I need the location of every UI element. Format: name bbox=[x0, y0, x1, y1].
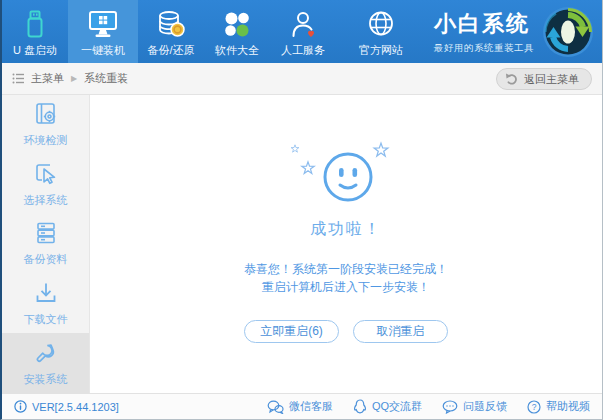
app-window: U 盘启动 一键装机 bbox=[0, 0, 603, 420]
breadcrumb-current: 系统重装 bbox=[84, 71, 128, 86]
server-stack-icon bbox=[33, 220, 59, 246]
back-to-main-menu-button[interactable]: 返回主菜单 bbox=[496, 68, 592, 90]
status-link-label: 问题反馈 bbox=[463, 399, 507, 414]
qq-icon bbox=[353, 399, 367, 414]
qq-group-link[interactable]: QQ交流群 bbox=[353, 399, 422, 414]
brand-area: 小白系统 最好用的系统重装工具 bbox=[434, 0, 594, 63]
sidebar-item-label: 下载文件 bbox=[24, 312, 68, 327]
top-nav-bar: U 盘启动 一键装机 bbox=[2, 0, 602, 63]
nav-label: 备份/还原 bbox=[147, 43, 194, 58]
download-icon bbox=[33, 280, 59, 306]
breadcrumb-bar: 主菜单 ▶ 系统重装 返回主菜单 bbox=[2, 63, 602, 95]
sidebar-item-label: 备份资料 bbox=[24, 252, 68, 267]
wechat-icon bbox=[267, 400, 284, 414]
status-link-label: 帮助视频 bbox=[546, 399, 590, 414]
help-question-icon: ? bbox=[527, 400, 541, 414]
sidebar: 环境检测 选择系统 bbox=[2, 95, 90, 393]
smiley-success-icon bbox=[291, 135, 401, 211]
usb-drive-icon bbox=[23, 9, 47, 39]
brand-logo-icon bbox=[542, 6, 594, 58]
wechat-support-link[interactable]: 微信客服 bbox=[267, 399, 333, 414]
back-button-label: 返回主菜单 bbox=[524, 72, 579, 87]
nav-label: 人工服务 bbox=[281, 43, 325, 58]
nav-item-support[interactable]: 人工服务 bbox=[270, 0, 336, 63]
cancel-restart-button[interactable]: 取消重启 bbox=[353, 320, 448, 343]
cursor-select-icon bbox=[33, 161, 59, 187]
info-icon bbox=[14, 400, 27, 413]
svg-text:?: ? bbox=[532, 402, 537, 412]
menu-list-icon bbox=[12, 73, 25, 84]
env-check-icon bbox=[33, 101, 59, 127]
wrench-icon bbox=[33, 340, 59, 366]
nav-item-official-site[interactable]: 官方网站 bbox=[348, 0, 414, 63]
install-success-panel: 成功啦！ 恭喜您！系统第一阶段安装已经完成！ 重启计算机后进入下一步安装！ 立即… bbox=[90, 95, 602, 393]
brand-subtitle: 最好用的系统重装工具 bbox=[434, 42, 534, 55]
sidebar-item-label: 环境检测 bbox=[24, 133, 68, 148]
status-link-label: 微信客服 bbox=[289, 399, 333, 414]
nav-label: 软件大全 bbox=[215, 43, 259, 58]
success-message-line1: 恭喜您！系统第一阶段安装已经完成！ bbox=[244, 260, 448, 278]
breadcrumb-separator-icon: ▶ bbox=[71, 74, 77, 83]
status-link-label: QQ交流群 bbox=[372, 399, 422, 414]
sidebar-item-label: 安装系统 bbox=[24, 372, 68, 387]
help-video-link[interactable]: ? 帮助视频 bbox=[527, 399, 590, 414]
sidebar-item-install-system[interactable]: 安装系统 bbox=[2, 333, 89, 393]
support-person-icon bbox=[289, 9, 317, 39]
restart-now-button[interactable]: 立即重启(6) bbox=[244, 320, 339, 343]
status-bar: VER[2.5.44.1203] 微信客服 bbox=[2, 393, 602, 419]
back-arrow-icon bbox=[505, 73, 519, 85]
globe-icon bbox=[367, 9, 395, 39]
nav-label: 官方网站 bbox=[359, 43, 403, 58]
nav-item-one-click-install[interactable]: 一键装机 bbox=[68, 0, 138, 63]
success-headline: 成功啦！ bbox=[310, 219, 382, 240]
nav-label: U 盘启动 bbox=[13, 43, 57, 58]
nav-item-usb-boot[interactable]: U 盘启动 bbox=[2, 0, 68, 63]
sidebar-item-backup-data[interactable]: 备份资料 bbox=[2, 214, 89, 274]
feedback-link[interactable]: 问题反馈 bbox=[442, 399, 507, 414]
breadcrumb-root[interactable]: 主菜单 bbox=[31, 71, 64, 86]
version-label: VER[2.5.44.1203] bbox=[32, 401, 119, 413]
sidebar-item-select-system[interactable]: 选择系统 bbox=[2, 155, 89, 215]
sidebar-item-label: 选择系统 bbox=[24, 193, 68, 208]
nav-item-software[interactable]: 软件大全 bbox=[204, 0, 270, 63]
sidebar-item-download-files[interactable]: 下载文件 bbox=[2, 274, 89, 334]
monitor-icon bbox=[86, 9, 120, 39]
nav-item-backup-restore[interactable]: 备份/还原 bbox=[138, 0, 204, 63]
brand-title: 小白系统 bbox=[434, 9, 534, 39]
success-message-line2: 重启计算机后进入下一步安装！ bbox=[244, 278, 448, 296]
database-backup-icon bbox=[156, 9, 186, 39]
nav-label: 一键装机 bbox=[81, 43, 125, 58]
apps-clover-icon bbox=[222, 9, 252, 39]
sidebar-item-env-check[interactable]: 环境检测 bbox=[2, 95, 89, 155]
feedback-bubble-icon bbox=[442, 400, 458, 414]
